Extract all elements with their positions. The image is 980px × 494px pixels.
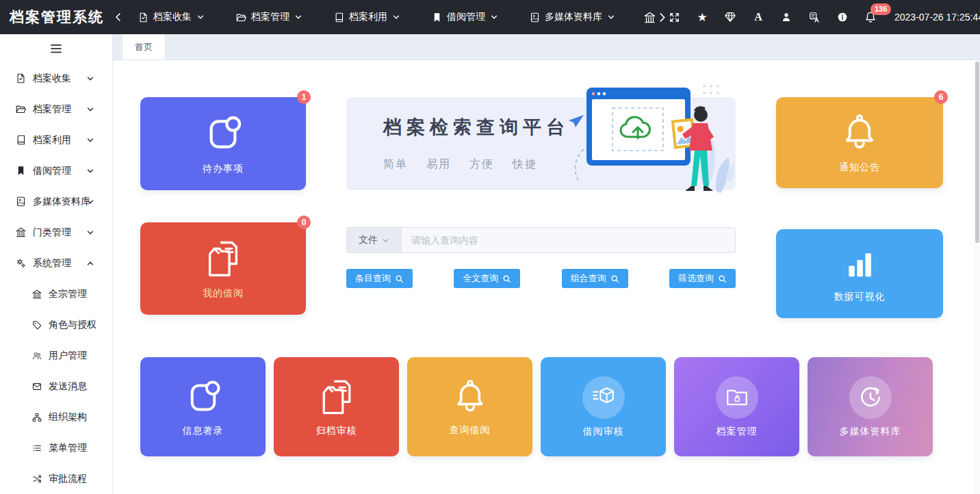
top-navbar: 档案管理系统 档案收集 档案管理 档案利用 借阅管理 多媒体资料库: [0, 0, 980, 34]
sidebar: 档案收集 档案管理 档案利用 借阅管理 多媒体资料库 门类管理: [0, 34, 113, 494]
history-clock-icon: [856, 383, 885, 412]
borrow-badge: 0: [297, 216, 311, 229]
card-label: 多媒体资料库: [840, 426, 901, 438]
sidebar-item-send-message[interactable]: 发送消息: [0, 371, 112, 402]
icon-circle: [716, 376, 758, 419]
sidebar-item-archive-use[interactable]: 档案利用: [0, 125, 112, 155]
nav-menu-label: 档案收集: [153, 11, 192, 23]
banner-word: 简单: [383, 157, 408, 172]
search-category-select[interactable]: 文件: [347, 228, 402, 252]
sidebar-item-label: 系统管理: [33, 257, 71, 270]
nav-menu-media-library[interactable]: 多媒体资料库: [530, 11, 615, 23]
sidebar-item-label: 门类管理: [33, 226, 71, 239]
dashboard-content: 1 待办事项 档案检索查询平台 简单 易用 方便 快捷: [113, 60, 980, 494]
sidebar-item-archive-collect[interactable]: 档案收集: [0, 63, 112, 94]
shortcut-archive-manage[interactable]: 档案管理: [674, 357, 799, 456]
filter-query-button[interactable]: 筛选查询: [669, 269, 736, 288]
sidebar-collapse-button[interactable]: [0, 34, 112, 63]
bar-chart-icon: [840, 244, 879, 284]
sidebar-item-label: 全宗管理: [49, 288, 87, 300]
notice-badge: 6: [934, 90, 948, 104]
shortcut-archive-review[interactable]: 归档审核: [274, 357, 399, 456]
banner-subtitle: 简单 易用 方便 快捷: [383, 157, 736, 172]
todo-card[interactable]: 1 待办事项: [140, 97, 306, 190]
card-label: 我的借阅: [203, 287, 244, 300]
book-icon: [334, 12, 344, 23]
folder-open-icon: [16, 104, 26, 114]
nav-menu-label: 档案利用: [349, 11, 387, 23]
nav-menu-archive-manage[interactable]: 档案管理: [236, 11, 302, 23]
data-visualization-card[interactable]: 数据可视化: [776, 229, 943, 318]
font-size-icon[interactable]: A: [751, 10, 765, 24]
sidebar-item-label: 档案收集: [33, 73, 71, 85]
chevron-down-icon: [86, 136, 94, 144]
notice-card[interactable]: 6 通知公告: [776, 97, 943, 188]
card-label: 信息著录: [183, 425, 224, 437]
nav-menus: 档案收集 档案管理 档案利用 借阅管理 多媒体资料库: [138, 11, 615, 23]
combo-query-button[interactable]: 组合查询: [562, 269, 628, 288]
sidebar-item-user-manage[interactable]: 用户管理: [0, 340, 112, 371]
bell-icon: [450, 378, 490, 417]
sidebar-item-label: 角色与授权: [49, 319, 96, 331]
favorite-star-icon[interactable]: ★: [695, 10, 709, 24]
chevron-down-icon: [86, 198, 94, 206]
theme-diamond-icon[interactable]: [723, 10, 737, 24]
shortcut-info-entry[interactable]: 信息著录: [140, 357, 266, 456]
card-label: 数据可视化: [834, 291, 886, 303]
search-input[interactable]: [402, 228, 735, 252]
notification-bell-icon[interactable]: 136: [864, 10, 877, 24]
chevron-left-icon: [114, 12, 123, 22]
sidebar-item-roles-auth[interactable]: 角色与授权: [0, 309, 112, 340]
sidebar-item-approval-flow[interactable]: 审批流程: [0, 463, 112, 494]
banner-word: 易用: [426, 157, 451, 172]
shortcut-media-library[interactable]: 多媒体资料库: [808, 357, 933, 456]
fulltext-query-button[interactable]: 全文查询: [454, 269, 520, 288]
chevron-down-icon: [382, 237, 389, 244]
shuffle-icon: [32, 474, 42, 484]
entry-query-button[interactable]: 条目查询: [346, 269, 413, 288]
button-label: 筛选查询: [678, 272, 714, 285]
sidebar-item-system-manage[interactable]: 系统管理: [0, 248, 112, 278]
sidebar-item-label: 档案管理: [33, 103, 71, 116]
bank-icon: [644, 12, 656, 23]
user-icon[interactable]: [779, 10, 793, 24]
sidebar-item-archive-manage[interactable]: 档案管理: [0, 94, 112, 125]
banner-word: 方便: [469, 157, 494, 172]
sidebar-item-label: 档案利用: [33, 134, 71, 146]
sidebar-item-menu-manage[interactable]: 菜单管理: [0, 432, 112, 463]
gears-icon: [16, 258, 26, 268]
folder-document-icon: [316, 377, 357, 418]
info-icon[interactable]: [836, 10, 849, 24]
my-borrow-card[interactable]: 0 我的借阅: [140, 222, 306, 315]
search-category-value: 文件: [359, 234, 378, 246]
sidebar-item-org-structure[interactable]: 组织架构: [0, 402, 112, 432]
search-platform-banner: 档案检索查询平台 简单 易用 方便 快捷: [346, 97, 736, 190]
chevron-right-icon[interactable]: [657, 12, 667, 23]
envelope-icon: [32, 382, 42, 391]
dashboard-row-1: 1 待办事项 档案检索查询平台 简单 易用 方便 快捷: [140, 97, 980, 190]
sidebar-item-media-library[interactable]: 多媒体资料库: [0, 186, 112, 217]
shortcut-borrow-review[interactable]: 借阅审核: [541, 357, 666, 456]
nav-menu-archive-collect[interactable]: 档案收集: [138, 11, 205, 23]
tab-home[interactable]: 首页: [122, 34, 166, 60]
nav-menu-borrow-manage[interactable]: 借阅管理: [432, 11, 498, 23]
icon-circle: [582, 376, 625, 419]
nav-back-chevron[interactable]: [114, 12, 123, 22]
chevron-down-icon: [294, 13, 302, 21]
shortcut-query-borrow[interactable]: 查询借阅: [407, 357, 532, 456]
sidebar-item-borrow-manage[interactable]: 借阅管理: [0, 155, 112, 186]
vertical-scrollbar: [975, 60, 980, 494]
sidebar-item-label: 审批流程: [49, 473, 87, 485]
button-label: 全文查询: [463, 272, 498, 285]
fullscreen-icon[interactable]: [667, 10, 681, 24]
language-icon[interactable]: [808, 10, 821, 24]
media-file-icon: [530, 12, 540, 23]
sidebar-item-category-manage[interactable]: 门类管理: [0, 217, 112, 248]
nav-menu-archive-use[interactable]: 档案利用: [334, 11, 400, 23]
button-label: 组合查询: [571, 272, 606, 285]
query-buttons: 条目查询 全文查询 组合查询 筛选查询: [346, 269, 736, 288]
clipboard-circle-icon: [201, 112, 245, 156]
file-icon: [138, 12, 149, 23]
sidebar-item-fonds-manage[interactable]: 全宗管理: [0, 278, 112, 309]
scrollbar-thumb[interactable]: [975, 62, 979, 243]
